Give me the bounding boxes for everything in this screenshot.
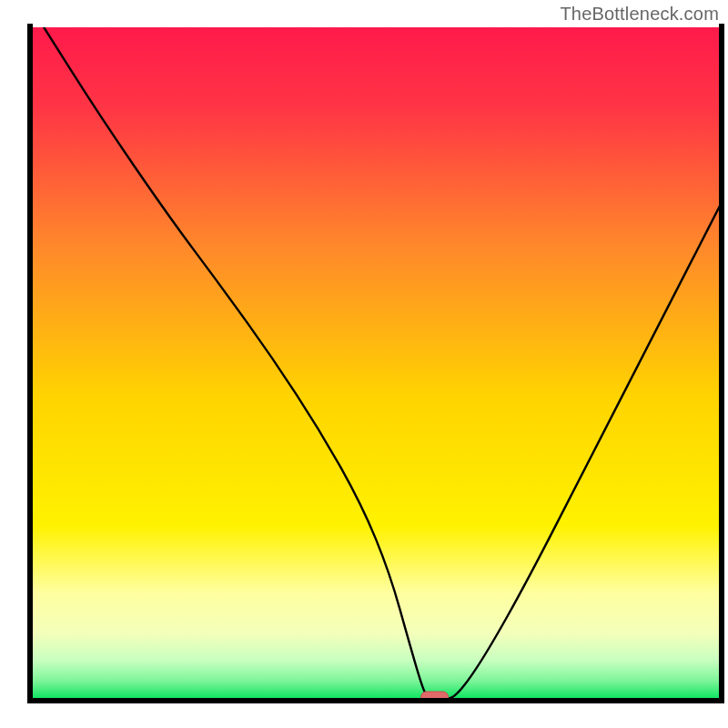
watermark-text: TheBottleneck.com: [560, 4, 719, 25]
plot-background: [30, 27, 722, 701]
bottleneck-chart-svg: [0, 0, 728, 728]
chart-container: TheBottleneck.com: [0, 0, 728, 728]
